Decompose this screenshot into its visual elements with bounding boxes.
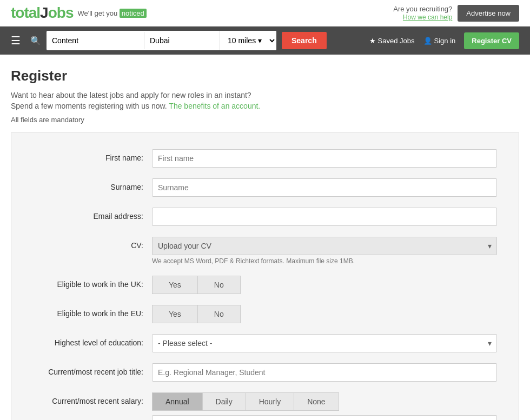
intro-line2: Spend a few moments registering with us … — [11, 102, 519, 110]
surname-input[interactable] — [152, 178, 497, 197]
education-select-wrapper: - Please select - — [152, 334, 497, 352]
salary-tab-none[interactable]: None — [294, 392, 339, 411]
job-title-input[interactable] — [152, 363, 497, 382]
education-row: Highest level of education: - Please sel… — [33, 334, 497, 352]
first-name-row: First name: — [33, 149, 497, 168]
cv-note: We accept MS Word, PDF & Richtext format… — [152, 257, 497, 265]
job-title-row: Current/most recent job title: — [33, 363, 497, 382]
eligible-eu-field: Yes No — [152, 305, 497, 323]
surname-row: Surname: — [33, 178, 497, 197]
cv-select-wrapper: Upload your CV — [152, 237, 497, 255]
location-input[interactable] — [144, 32, 220, 49]
intro-line1: Want to hear about the latest jobs and a… — [11, 91, 519, 99]
first-name-label: First name: — [33, 149, 152, 162]
recruiting-text: Are you recruiting? How we can help — [393, 5, 452, 21]
first-name-input[interactable] — [152, 149, 497, 168]
email-field — [152, 208, 497, 226]
eligible-uk-row: Eligible to work in the UK: Yes No — [33, 276, 497, 294]
surname-label: Surname: — [33, 178, 152, 191]
top-bar: totalJobs We'll get you noticed Are you … — [0, 0, 530, 26]
tagline: We'll get you noticed — [77, 9, 146, 17]
sign-in-link[interactable]: 👤 Sign in — [423, 37, 456, 45]
cv-field: Upload your CV We accept MS Word, PDF & … — [152, 237, 497, 265]
advertise-button[interactable]: Advertise now — [458, 5, 519, 22]
cv-label: CV: — [33, 237, 152, 250]
benefits-link[interactable]: The benefits of an account. — [169, 102, 260, 110]
eligible-eu-row: Eligible to work in the EU: Yes No — [33, 305, 497, 323]
education-field: - Please select - — [152, 334, 497, 352]
salary-field: Annual Daily Hourly None Select annual s… — [152, 392, 497, 420]
salary-label: Current/most recent salary: — [33, 392, 152, 405]
recruiting-link[interactable]: How we can help — [403, 14, 452, 21]
uk-yes-button[interactable]: Yes — [152, 276, 197, 294]
job-title-label: Current/most recent job title: — [33, 363, 152, 376]
salary-select-wrapper: Select annual salary — [152, 415, 497, 420]
distance-select[interactable]: 10 miles ▾ 5 miles 20 miles 30 miles 50 … — [220, 31, 276, 50]
top-right-area: Are you recruiting? How we can help Adve… — [393, 5, 519, 22]
email-input[interactable] — [152, 208, 497, 226]
register-form: First name: Surname: Email address: CV: — [11, 132, 519, 420]
eu-yes-button[interactable]: Yes — [152, 305, 197, 323]
first-name-field — [152, 149, 497, 168]
search-box-group: 10 miles ▾ 5 miles 20 miles 30 miles 50 … — [47, 31, 276, 50]
salary-tab-annual[interactable]: Annual — [152, 392, 202, 411]
salary-row: Current/most recent salary: Annual Daily… — [33, 392, 497, 420]
keyword-input[interactable] — [47, 32, 144, 49]
eu-no-button[interactable]: No — [197, 305, 241, 323]
logo-area: totalJobs We'll get you noticed — [11, 4, 147, 22]
logo: totalJobs — [11, 4, 73, 22]
email-label: Email address: — [33, 208, 152, 221]
search-icon: 🔍 — [30, 36, 41, 46]
cv-row: CV: Upload your CV We accept MS Word, PD… — [33, 237, 497, 265]
eligible-eu-label: Eligible to work in the EU: — [33, 305, 152, 318]
education-select[interactable]: - Please select - — [152, 334, 497, 352]
person-icon: 👤 — [423, 37, 432, 45]
eligible-uk-field: Yes No — [152, 276, 497, 294]
nav-right: ★ Saved Jobs 👤 Sign in Register CV — [369, 32, 519, 49]
nav-bar: ☰ 🔍 10 miles ▾ 5 miles 20 miles 30 miles… — [0, 26, 530, 55]
star-icon: ★ — [369, 37, 376, 45]
job-title-field — [152, 363, 497, 382]
surname-field — [152, 178, 497, 197]
hamburger-icon[interactable]: ☰ — [11, 34, 21, 47]
education-label: Highest level of education: — [33, 334, 152, 347]
salary-tabs: Annual Daily Hourly None — [152, 392, 497, 411]
mandatory-note: All fields are mandatory — [11, 116, 519, 124]
page-title: Register — [11, 68, 519, 84]
saved-jobs-link[interactable]: ★ Saved Jobs — [369, 37, 415, 45]
email-row: Email address: — [33, 208, 497, 226]
salary-tab-hourly[interactable]: Hourly — [246, 392, 294, 411]
uk-yes-no-group: Yes No — [152, 276, 497, 294]
register-cv-button[interactable]: Register CV — [464, 32, 519, 49]
main-content: Register Want to hear about the latest j… — [0, 55, 530, 420]
eligible-uk-label: Eligible to work in the UK: — [33, 276, 152, 289]
eu-yes-no-group: Yes No — [152, 305, 497, 323]
salary-tab-daily[interactable]: Daily — [202, 392, 246, 411]
search-button[interactable]: Search — [282, 32, 327, 49]
salary-select[interactable]: Select annual salary — [152, 415, 497, 420]
uk-no-button[interactable]: No — [197, 276, 241, 294]
cv-select[interactable]: Upload your CV — [152, 237, 497, 255]
